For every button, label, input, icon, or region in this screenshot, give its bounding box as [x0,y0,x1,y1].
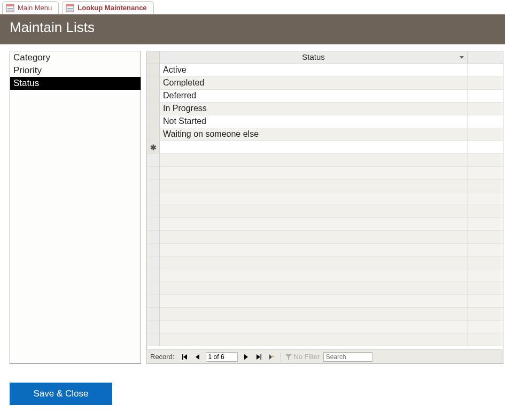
nav-prev-button[interactable] [193,352,203,362]
sidebar-item-status[interactable]: Status [10,77,141,90]
cell-status[interactable]: Waiting on someone else [160,128,468,141]
sidebar-item-priority[interactable]: Priority [10,64,141,77]
form-icon [66,4,74,12]
datasheet-header-row: Status [147,51,503,64]
select-all-rows[interactable] [147,51,160,64]
column-header-label: Status [302,52,325,61]
funnel-icon [285,354,292,360]
datasheet: Status ActiveCompletedDeferredIn Progres… [146,51,503,364]
cell-status[interactable]: In Progress [160,103,468,115]
empty-row [147,180,503,192]
row-selector[interactable] [147,103,160,115]
row-selector[interactable] [147,180,160,192]
cell-empty [468,103,503,115]
empty-row [147,282,503,295]
svg-marker-9 [183,354,187,360]
cell-status[interactable] [160,321,468,333]
row-selector[interactable] [147,154,160,167]
cell-status[interactable] [160,154,468,167]
tab-label: Lookup Maintenance [77,4,146,12]
cell-empty [468,269,503,282]
save-and-close-button[interactable]: Save & Close [10,383,112,405]
dropdown-icon [460,56,464,59]
sidebar-item-category[interactable]: Category [10,51,141,64]
cell-empty [468,308,503,321]
cell-empty [468,167,503,180]
svg-rect-2 [7,8,13,9]
cell-status[interactable] [160,308,468,321]
svg-marker-12 [257,354,260,360]
tab-strip: Main Menu Lookup Maintenance [0,0,505,14]
empty-row [147,218,503,231]
cell-status[interactable] [160,180,468,192]
cell-status[interactable] [160,295,468,308]
cell-empty [468,218,503,231]
svg-rect-8 [182,354,183,360]
column-header-status[interactable]: Status [160,51,468,64]
svg-rect-13 [260,354,261,360]
cell-status[interactable]: Active [160,64,468,77]
nav-new-record-button[interactable] [267,352,276,362]
cell-status[interactable] [160,231,468,244]
record-label: Record: [150,353,175,361]
svg-marker-17 [285,354,292,360]
cell-status[interactable]: Not Started [160,115,468,128]
row-selector[interactable] [147,231,160,244]
cell-empty [468,154,503,167]
cell-status[interactable] [160,141,468,154]
cell-status[interactable] [160,167,468,180]
table-row: Not Started [147,115,503,128]
row-selector[interactable] [147,192,160,205]
row-selector[interactable] [147,282,160,295]
cell-empty [468,282,503,295]
tab-main-menu[interactable]: Main Menu [2,1,59,14]
cell-status[interactable] [160,205,468,218]
row-selector[interactable] [147,128,160,141]
nav-next-button[interactable] [241,352,251,362]
row-selector[interactable] [147,308,160,321]
cell-status[interactable]: Completed [160,77,468,90]
row-selector[interactable] [147,218,160,231]
svg-rect-5 [66,4,74,6]
tab-lookup-maintenance[interactable]: Lookup Maintenance [62,1,153,14]
search-input[interactable] [323,352,372,362]
row-selector[interactable] [147,256,160,269]
row-selector[interactable] [147,295,160,308]
cell-status[interactable] [160,333,468,346]
row-selector[interactable] [147,269,160,282]
cell-status[interactable] [160,282,468,295]
row-selector[interactable] [147,167,160,180]
row-selector[interactable] [147,90,160,103]
row-selector[interactable] [147,205,160,218]
cell-status[interactable]: Deferred [160,90,468,103]
cell-status[interactable] [160,192,468,205]
cell-empty [468,192,503,205]
cell-status[interactable] [160,256,468,269]
new-record-marker[interactable]: ✱ [147,141,160,154]
record-nav: Record: No Filter [147,349,503,363]
row-selector[interactable] [147,244,160,256]
form-icon [6,4,14,12]
nav-last-button[interactable] [254,352,263,362]
separator [281,353,281,361]
filter-indicator: No Filter [285,353,320,361]
cell-empty [468,295,503,308]
row-selector[interactable] [147,64,160,77]
nav-first-button[interactable] [180,352,190,362]
cell-status[interactable] [160,269,468,282]
table-row: Waiting on someone else [147,128,503,141]
cell-empty [468,90,503,103]
cell-empty [468,256,503,269]
cell-empty [468,180,503,192]
cell-status[interactable] [160,218,468,231]
table-row: Completed [147,77,503,90]
row-selector[interactable] [147,321,160,333]
row-selector[interactable] [147,77,160,90]
empty-row [147,295,503,308]
cell-empty [468,141,503,154]
datasheet-grid: ActiveCompletedDeferredIn ProgressNot St… [147,64,503,349]
cell-status[interactable] [160,244,468,256]
record-position-input[interactable] [206,352,238,362]
row-selector[interactable] [147,333,160,346]
row-selector[interactable] [147,115,160,128]
